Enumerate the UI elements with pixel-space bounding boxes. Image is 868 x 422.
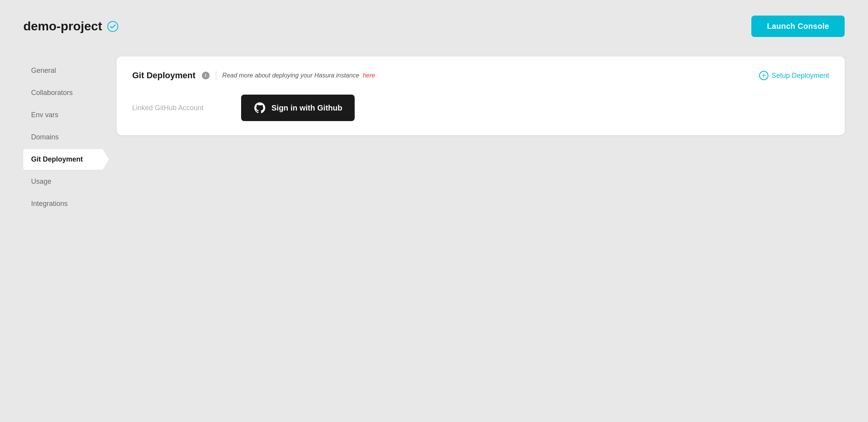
- sidebar-item-env-vars[interactable]: Env vars: [23, 105, 109, 125]
- header: demo-project Launch Console: [23, 16, 845, 37]
- sidebar-item-collaborators[interactable]: Collaborators: [23, 83, 109, 103]
- github-signin-button[interactable]: Sign in with Github: [241, 95, 355, 121]
- card-divider: [216, 71, 216, 80]
- plus-circle-icon: +: [759, 71, 768, 80]
- sidebar-item-git-deployment-label: Git Deployment: [31, 155, 83, 164]
- sidebar: General Collaborators Env vars Domains G…: [23, 56, 109, 216]
- card-subtitle: Read more about deploying your Hasura in…: [222, 72, 375, 79]
- sidebar-item-collaborators-label: Collaborators: [31, 89, 73, 97]
- git-deployment-card: Git Deployment i Read more about deployi…: [117, 56, 845, 135]
- card-title: Git Deployment: [132, 70, 196, 81]
- project-title-area: demo-project: [23, 19, 119, 33]
- sidebar-item-domains-label: Domains: [31, 133, 59, 141]
- card-header-left: Git Deployment i Read more about deployi…: [132, 70, 375, 81]
- card-subtitle-text: Read more about deploying your Hasura in…: [222, 72, 359, 79]
- sidebar-item-domains[interactable]: Domains: [23, 127, 109, 148]
- sidebar-item-integrations-label: Integrations: [31, 200, 68, 208]
- card-body: Linked GitHub Account Sign in with Githu…: [132, 95, 829, 121]
- github-signin-label: Sign in with Github: [271, 104, 342, 113]
- verified-icon: [107, 21, 119, 32]
- card-subtitle-link[interactable]: here: [363, 72, 375, 79]
- info-icon[interactable]: i: [202, 72, 210, 79]
- launch-console-button[interactable]: Launch Console: [751, 16, 845, 37]
- linked-github-label: Linked GitHub Account: [132, 104, 226, 112]
- setup-deployment-label: Setup Deployment: [772, 72, 829, 80]
- sidebar-item-usage[interactable]: Usage: [23, 171, 109, 192]
- setup-deployment-button[interactable]: + Setup Deployment: [759, 71, 829, 80]
- sidebar-item-env-vars-label: Env vars: [31, 111, 58, 119]
- main-layout: General Collaborators Env vars Domains G…: [23, 56, 845, 216]
- sidebar-item-general-label: General: [31, 67, 56, 75]
- page-container: demo-project Launch Console General Coll…: [0, 0, 868, 422]
- content-area: Git Deployment i Read more about deployi…: [117, 56, 845, 135]
- sidebar-item-general[interactable]: General: [23, 60, 109, 81]
- project-title: demo-project: [23, 19, 102, 33]
- sidebar-item-git-deployment[interactable]: Git Deployment: [23, 149, 109, 170]
- svg-point-0: [108, 21, 118, 32]
- sidebar-item-integrations[interactable]: Integrations: [23, 193, 109, 214]
- sidebar-item-usage-label: Usage: [31, 178, 51, 186]
- card-header: Git Deployment i Read more about deployi…: [132, 70, 829, 81]
- github-icon: [254, 102, 266, 114]
